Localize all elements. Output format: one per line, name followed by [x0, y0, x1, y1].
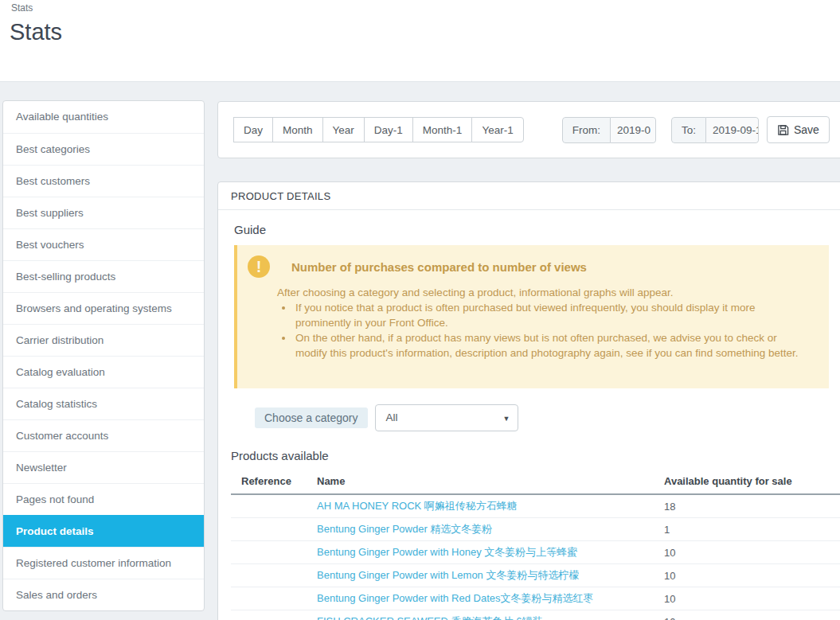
sidebar-item[interactable]: Catalog evaluation — [3, 356, 204, 388]
category-select[interactable]: All ▼ — [375, 404, 518, 431]
cell-reference — [231, 518, 307, 541]
notice-intro: After choosing a category and selecting … — [277, 285, 803, 300]
date-range-toolbar: Day Month Year Day-1 Month-1 Year-1 From… — [217, 101, 840, 158]
sidebar-item[interactable]: Product details — [3, 515, 204, 547]
stats-sidebar: Available quantities Best categories Bes… — [2, 100, 205, 611]
cell-quantity: 10 — [654, 587, 840, 610]
date-from-group: From: 2019-0 — [562, 117, 656, 143]
table-row: Bentung Ginger Powder with Lemon 文冬姜粉与特选… — [231, 564, 840, 587]
cell-quantity: 10 — [654, 610, 840, 620]
guide-heading: Guide — [234, 223, 840, 236]
period-button[interactable]: Day-1 — [364, 117, 413, 142]
breadcrumb: Stats — [11, 2, 33, 14]
table-row: Bentung Ginger Powder with Red Dates文冬姜粉… — [231, 587, 840, 610]
period-button[interactable]: Year-1 — [471, 117, 523, 142]
guide-notice-box: ! Number of purchases compared to number… — [234, 245, 829, 388]
period-button-group: Day Month Year Day-1 Month-1 Year-1 — [234, 117, 524, 142]
products-table: Reference Name Available quantity for sa… — [231, 470, 840, 620]
cell-quantity: 10 — [654, 564, 840, 587]
save-button-label: Save — [794, 123, 819, 136]
products-available-heading: Products available — [231, 449, 840, 462]
table-row: AH MA HONEY ROCK 啊嫲祖传秘方石蜂糖 18 — [231, 494, 840, 518]
product-details-panel: PRODUCT DETAILS Guide ! Number of purcha… — [217, 181, 840, 620]
period-button[interactable]: Month-1 — [412, 117, 473, 142]
product-name-link[interactable]: Bentung Ginger Powder with Red Dates文冬姜粉… — [317, 592, 594, 604]
panel-title: PRODUCT DETAILS — [218, 182, 840, 210]
page-header: Stats Stats — [0, 0, 840, 82]
table-row: Bentung Ginger Powder with Honey 文冬姜粉与上等… — [231, 541, 840, 564]
column-available-quantity: Available quantity for sale — [654, 470, 840, 494]
notice-bullet: If you notice that a product is often pu… — [294, 300, 803, 330]
save-icon — [777, 124, 789, 136]
sidebar-item[interactable]: Best vouchers — [3, 228, 204, 260]
products-table-header: Reference Name Available quantity for sa… — [231, 470, 840, 494]
sidebar-item[interactable]: Catalog statistics — [3, 388, 204, 419]
notice-title: Number of purchases compared to number o… — [291, 260, 803, 274]
product-name-link[interactable]: AH MA HONEY ROCK 啊嫲祖传秘方石蜂糖 — [317, 500, 518, 512]
sidebar-item[interactable]: Best-selling products — [3, 260, 204, 292]
product-name-link[interactable]: Bentung Ginger Powder with Lemon 文冬姜粉与特选… — [317, 569, 579, 581]
cell-reference — [231, 610, 307, 620]
choose-category-label: Choose a category — [255, 407, 368, 428]
product-name-link[interactable]: FISH CRACKER SEAWEED 香脆海苔鱼片 6罐装 — [317, 615, 542, 620]
category-select-value: All — [386, 411, 398, 423]
sidebar-item[interactable]: Newsletter — [3, 451, 204, 483]
cell-reference — [231, 494, 307, 518]
notice-bullet: On the other hand, if a product has many… — [294, 330, 803, 361]
sidebar-item[interactable]: Customer accounts — [3, 419, 204, 451]
page-title: Stats — [10, 19, 62, 45]
cell-reference — [231, 541, 307, 564]
cell-quantity: 18 — [654, 494, 840, 518]
sidebar-item[interactable]: Sales and orders — [3, 579, 204, 610]
exclamation-circle-icon: ! — [248, 255, 270, 278]
column-reference: Reference — [231, 470, 307, 494]
table-row: FISH CRACKER SEAWEED 香脆海苔鱼片 6罐装 10 — [231, 610, 840, 620]
cell-reference — [231, 587, 307, 610]
column-name: Name — [307, 470, 654, 494]
save-button[interactable]: Save — [767, 116, 830, 143]
cell-quantity: 10 — [654, 541, 840, 564]
date-from-input[interactable]: 2019-0 — [611, 117, 656, 143]
date-from-label: From: — [562, 117, 611, 143]
sidebar-item[interactable]: Registered customer information — [3, 547, 204, 579]
sidebar-item[interactable]: Carrier distribution — [3, 324, 204, 356]
product-name-link[interactable]: Bentung Ginger Powder with Honey 文冬姜粉与上等… — [317, 546, 577, 558]
date-to-label: To: — [671, 117, 706, 143]
sidebar-item[interactable]: Pages not found — [3, 483, 204, 515]
notice-bullet-list: If you notice that a product is often pu… — [280, 300, 803, 361]
date-to-input[interactable]: 2019-09-1 — [706, 117, 759, 143]
period-button[interactable]: Month — [272, 117, 323, 142]
product-name-link[interactable]: Bentung Ginger Powder 精选文冬姜粉 — [317, 523, 492, 535]
cell-reference — [231, 564, 307, 587]
category-chooser-row: Choose a category All ▼ — [255, 404, 840, 431]
table-row: Bentung Ginger Powder 精选文冬姜粉 1 — [231, 518, 840, 541]
panel-body: Guide ! Number of purchases compared to … — [218, 210, 840, 620]
period-button[interactable]: Day — [233, 117, 273, 142]
sidebar-item[interactable]: Best suppliers — [3, 197, 204, 228]
sidebar-item[interactable]: Best customers — [3, 165, 204, 197]
period-button[interactable]: Year — [322, 117, 365, 142]
caret-down-icon: ▼ — [503, 405, 510, 432]
sidebar-item[interactable]: Available quantities — [3, 101, 204, 133]
sidebar-item[interactable]: Browsers and operating systems — [3, 292, 204, 324]
sidebar-item[interactable]: Best categories — [3, 133, 204, 165]
date-to-group: To: 2019-09-1 — [671, 117, 759, 143]
cell-quantity: 1 — [654, 518, 840, 541]
notice-body: After choosing a category and selecting … — [277, 285, 803, 361]
